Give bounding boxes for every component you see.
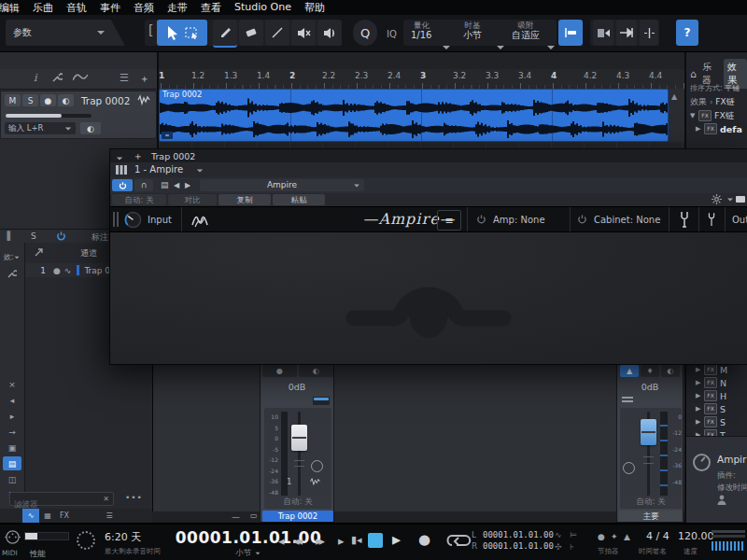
plugin-tab-title[interactable]: Trap 0002 (151, 151, 195, 161)
mute-button[interactable]: M (5, 94, 21, 106)
chevron-down-icon[interactable] (116, 152, 123, 162)
return-to-start-button[interactable]: ▮◂ (351, 534, 362, 546)
snap-toggle-button[interactable] (558, 20, 583, 46)
home-icon[interactable]: ⌂ (690, 68, 697, 80)
tuner-fork-icon[interactable] (678, 211, 691, 229)
wrench-icon[interactable] (3, 266, 21, 280)
tuning-fork-icon[interactable] (706, 211, 717, 229)
rewind-button[interactable]: ◂◂ (293, 534, 300, 548)
performance-meter[interactable] (24, 532, 69, 540)
input-select[interactable]: 输入 L+R (5, 122, 76, 134)
metronome-setup-icon[interactable]: ✦ (611, 532, 618, 541)
channel-filter[interactable]: ✕ (9, 492, 114, 506)
eraser-tool-button[interactable] (239, 20, 263, 46)
tab-fx[interactable]: FX (56, 509, 73, 523)
next-preset-icon[interactable]: ▶ (185, 181, 190, 189)
gear-icon[interactable] (712, 194, 722, 204)
breadcrumb[interactable]: 效果 › FX链 (690, 96, 735, 108)
menu-item[interactable]: Studio One (228, 1, 298, 15)
metronome-icon[interactable]: ▲ (624, 532, 630, 541)
clear-filter-icon[interactable]: ✕ (103, 495, 109, 503)
menu-item[interactable]: 音频 (127, 1, 161, 15)
plugin-bypass-button[interactable]: ∩ (134, 179, 153, 191)
power-icon[interactable] (56, 231, 66, 242)
inputs-view-icon[interactable]: ◂ (3, 393, 21, 407)
solo-button[interactable]: S (22, 94, 38, 106)
inspector-icon[interactable]: i (34, 72, 37, 84)
sort-row[interactable]: 排序方式: 平铺 (690, 83, 747, 93)
loop-end-value[interactable]: 00001.01.01.00 (483, 541, 554, 551)
marker-icon[interactable]: ⊦ (570, 542, 574, 552)
record-button[interactable]: ● (418, 531, 430, 548)
chevron-down-icon[interactable] (727, 199, 733, 202)
help-button[interactable]: ? (676, 20, 698, 46)
fx-chain-list-item[interactable]: ▶ FX S (686, 415, 747, 428)
drag-handle[interactable] (113, 212, 119, 227)
add-tab-icon[interactable]: ＋ (133, 149, 143, 163)
tempo-value[interactable]: 120.00 (678, 530, 714, 542)
play-button[interactable]: ▸ (392, 529, 401, 549)
paint-tool-button[interactable] (213, 20, 237, 48)
mono-button[interactable]: ♦ (641, 365, 659, 377)
tab-list-icon[interactable]: ☰ (101, 509, 118, 523)
amp-selector[interactable]: Amp: None (493, 215, 545, 225)
loop-start-value[interactable]: 00001.01.01.00 (483, 530, 554, 539)
automation-mode[interactable]: 自动: 关 (264, 496, 331, 507)
mute-main-button[interactable]: ▲ (620, 365, 639, 377)
preroll-icon[interactable]: ∿ (555, 530, 562, 539)
volume-fader[interactable] (291, 425, 307, 451)
arrow-tool-button[interactable] (157, 20, 207, 46)
monitor-button[interactable]: ◐ (299, 365, 333, 377)
tree-expanded-icon[interactable]: ▼ (690, 112, 696, 119)
gear-small-icon[interactable]: ✣ (555, 542, 562, 552)
volume-fader[interactable] (641, 419, 656, 445)
insert-label[interactable]: 效: (3, 250, 21, 264)
tree-collapsed-icon[interactable]: ▶ (696, 125, 701, 133)
automation-icon[interactable] (73, 72, 88, 82)
time-unit-selector[interactable]: 小节 (174, 548, 323, 559)
record-dot-icon[interactable]: ● (53, 266, 61, 275)
fx-chain-list-item[interactable]: ▶ FX S (686, 402, 747, 415)
banks-view-icon[interactable]: ◫ (3, 472, 21, 486)
fx-chain-list-item[interactable]: ▶ FX M (686, 363, 747, 376)
menu-item[interactable]: 音轨 (60, 1, 93, 15)
metronome-dot-icon[interactable]: ● (598, 532, 605, 541)
minimize-console-icon[interactable]: — (232, 512, 240, 522)
autoscroll-button[interactable] (640, 20, 658, 46)
channel-strips-icon[interactable] (116, 165, 127, 175)
console-solo-label[interactable]: S (31, 231, 36, 241)
volume-slider[interactable] (6, 114, 92, 118)
trash-view-icon[interactable]: → (3, 425, 21, 439)
menu-item[interactable]: 走带 (161, 1, 194, 15)
timebase-setting[interactable]: 时基 小节 (463, 21, 482, 41)
fx-chain-list-item[interactable]: ▶ FX H (686, 389, 747, 402)
line-tool-button[interactable] (265, 20, 289, 46)
event-gain-badge[interactable]: ≈ (162, 132, 173, 139)
follow-button[interactable] (616, 20, 637, 46)
more-options-icon[interactable]: ••• (125, 493, 143, 502)
audio-event[interactable]: Trap 0002 ≈ (159, 89, 669, 142)
menu-item[interactable]: 帮助 (298, 1, 331, 15)
punch-icon[interactable]: ⊨ (570, 530, 577, 539)
chevron-down-icon[interactable] (547, 46, 555, 49)
params-dropdown[interactable]: 参数 (6, 20, 125, 46)
chevron-down-icon[interactable] (497, 46, 504, 49)
mute-tool-button[interactable] (291, 20, 316, 46)
add-track-icon[interactable]: ＋ (139, 72, 149, 86)
plugin-power-button[interactable] (112, 179, 133, 191)
channel-name[interactable]: 主要 (619, 511, 683, 522)
gain-value[interactable]: 0dB (261, 382, 333, 392)
amp-power-icon[interactable] (476, 214, 486, 225)
nudge-back-button[interactable]: ◂ (278, 534, 285, 548)
wrench-icon[interactable] (52, 72, 63, 82)
tree-node-default[interactable]: ▶ FX defa (686, 122, 747, 135)
record-arm-button[interactable]: ● (40, 94, 56, 106)
pan-slider[interactable] (313, 397, 330, 405)
stereo-mode-button[interactable]: ◐ (80, 122, 101, 134)
snap-setting[interactable]: 吸附 自适应 (512, 21, 540, 41)
paste-button[interactable]: 粘贴 (273, 194, 325, 205)
menu-item[interactable]: 编辑 (0, 1, 26, 15)
prev-preset-icon[interactable]: ◀ (174, 181, 179, 189)
range-bracket-icon[interactable]: [ (148, 22, 153, 37)
mono-indicator-icon[interactable] (623, 462, 635, 474)
